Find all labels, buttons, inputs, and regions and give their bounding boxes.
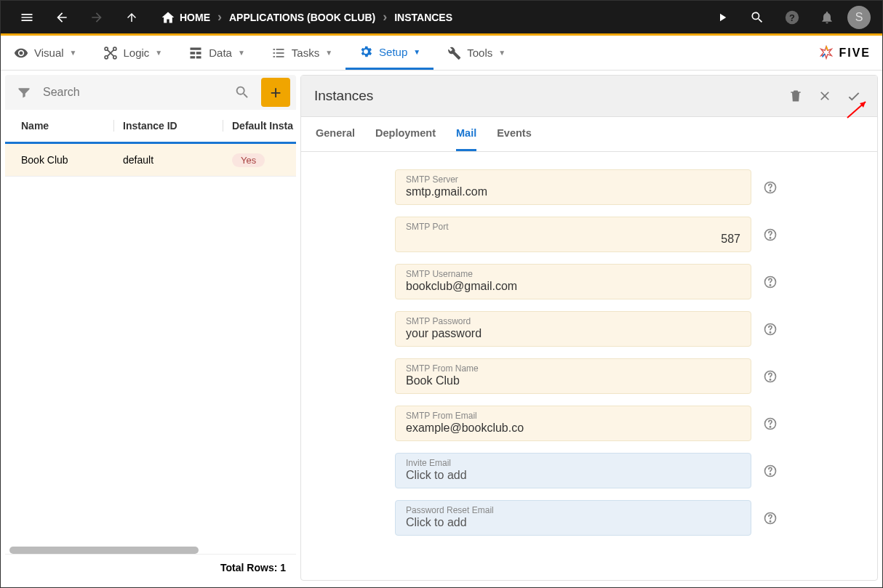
help-icon[interactable]: [757, 511, 783, 525]
svg-text:?: ?: [789, 12, 795, 23]
brand-logo: FIVE: [818, 45, 871, 61]
tab-mail[interactable]: Mail: [456, 117, 476, 151]
list-panel: + Name Instance ID Default Insta Book Cl…: [5, 75, 296, 581]
filter-icon[interactable]: [11, 85, 37, 100]
close-icon[interactable]: [815, 86, 835, 106]
tab-events[interactable]: Events: [497, 117, 532, 151]
table-row[interactable]: Book Club default Yes: [5, 144, 296, 177]
svg-point-13: [770, 284, 770, 285]
svg-point-3: [113, 47, 116, 50]
table-header: Name Instance ID Default Insta: [5, 110, 296, 144]
add-button[interactable]: +: [261, 78, 290, 107]
horizontal-scrollbar[interactable]: [9, 547, 199, 554]
panel-title: Instances: [314, 88, 373, 104]
field-password-reset-email[interactable]: Password Reset Email Click to add: [395, 500, 751, 536]
menu-setup[interactable]: Setup▼: [345, 36, 433, 70]
cell-name: Book Club: [5, 154, 114, 166]
breadcrumb-applications[interactable]: APPLICATIONS (BOOK CLUB): [226, 12, 378, 23]
check-icon[interactable]: [844, 86, 864, 106]
help-icon[interactable]: [757, 416, 783, 431]
help-icon[interactable]: [757, 227, 783, 242]
search-icon[interactable]: [228, 84, 257, 100]
svg-point-2: [105, 47, 108, 50]
svg-point-23: [770, 520, 770, 521]
field-smtp-password[interactable]: SMTP Password your password: [395, 311, 751, 347]
svg-point-21: [770, 473, 770, 474]
menu-data[interactable]: Data▼: [175, 36, 258, 70]
play-icon[interactable]: [708, 3, 737, 32]
total-rows: Total Rows: 1: [5, 554, 296, 581]
svg-point-9: [770, 190, 770, 190]
col-name[interactable]: Name: [5, 120, 114, 132]
help-icon[interactable]: [757, 180, 783, 195]
field-smtp-username[interactable]: SMTP Username bookclub@gmail.com: [395, 264, 751, 299]
detail-panel: Instances General Deployment Mail E: [300, 75, 878, 581]
field-smtp-from-name[interactable]: SMTP From Name Book Club: [395, 358, 751, 394]
help-icon[interactable]: [757, 322, 783, 337]
field-invite-email[interactable]: Invite Email Click to add: [395, 453, 751, 488]
tab-general[interactable]: General: [316, 117, 355, 151]
svg-point-4: [105, 55, 108, 58]
forward-icon: [82, 3, 111, 32]
breadcrumb-home[interactable]: HOME: [158, 10, 213, 25]
breadcrumb-instances[interactable]: INSTANCES: [391, 12, 455, 23]
top-bar: HOME › APPLICATIONS (BOOK CLUB) › INSTAN…: [1, 1, 882, 36]
svg-point-15: [770, 331, 770, 332]
menu-visual[interactable]: Visual▼: [1, 36, 90, 70]
cell-instance-id: default: [114, 154, 223, 166]
search-input[interactable]: [37, 80, 228, 105]
up-icon[interactable]: [117, 3, 146, 32]
svg-point-11: [770, 237, 770, 238]
menu-logic[interactable]: Logic▼: [90, 36, 176, 70]
back-icon[interactable]: [47, 3, 76, 32]
chevron-right-icon: ›: [217, 9, 222, 25]
help-icon[interactable]: [757, 275, 783, 289]
tab-deployment[interactable]: Deployment: [375, 117, 436, 151]
menu-tools[interactable]: Tools▼: [433, 36, 519, 70]
table-body: [5, 177, 296, 554]
svg-point-19: [770, 426, 770, 427]
help-icon[interactable]: [757, 464, 783, 478]
breadcrumb: HOME › APPLICATIONS (BOOK CLUB) › INSTAN…: [158, 9, 455, 25]
svg-point-17: [770, 379, 770, 379]
avatar[interactable]: S: [847, 6, 871, 29]
col-default[interactable]: Default Insta: [223, 120, 296, 132]
col-instance-id[interactable]: Instance ID: [114, 120, 223, 132]
field-smtp-from-email[interactable]: SMTP From Email example@bookclub.co: [395, 406, 751, 441]
field-smtp-server[interactable]: SMTP Server smtp.gmail.com: [395, 169, 751, 205]
bell-icon[interactable]: [812, 3, 842, 32]
hamburger-icon[interactable]: [12, 3, 41, 32]
chevron-right-icon: ›: [383, 9, 387, 25]
help-icon[interactable]: ?: [778, 3, 807, 32]
search-global-icon[interactable]: [743, 3, 772, 32]
field-smtp-port[interactable]: SMTP Port 587: [395, 217, 751, 252]
svg-point-5: [113, 55, 116, 58]
menu-bar: Visual▼ Logic▼ Data▼ Tasks▼ Setup▼ Tools…: [1, 36, 882, 71]
cell-default: Yes: [223, 154, 296, 166]
menu-tasks[interactable]: Tasks▼: [258, 36, 345, 70]
help-icon[interactable]: [757, 369, 783, 384]
trash-icon[interactable]: [786, 86, 806, 106]
